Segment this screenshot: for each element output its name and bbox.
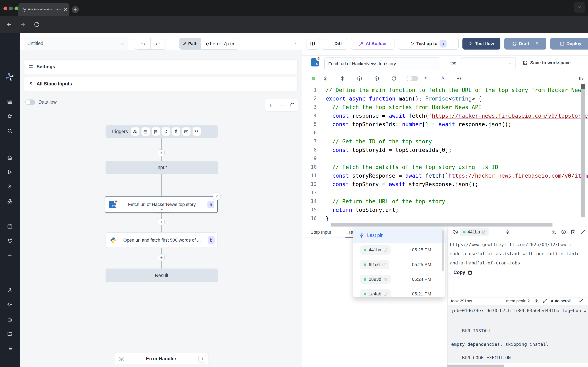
- undo-button[interactable]: [135, 38, 151, 49]
- code-line[interactable]: 8 const topStoryId = topStoriesIds[0];: [302, 146, 588, 154]
- collapse-step-button[interactable]: [154, 207, 170, 212]
- code-line[interactable]: 10 // Fetch the details of the top story…: [302, 163, 588, 171]
- download-icon[interactable]: [551, 229, 556, 234]
- tab-search-button[interactable]: [574, 2, 585, 13]
- code-line[interactable]: 7 // Get the ID of the top story: [302, 137, 588, 146]
- code-line[interactable]: 12 const topStory = await storyResponse.…: [302, 180, 588, 188]
- code-line[interactable]: 15 return topStory.url;: [302, 206, 588, 214]
- pin-menu-row[interactable]: 6f1c6 05:25 PM: [353, 260, 445, 269]
- diff-button[interactable]: Diff: [322, 38, 347, 50]
- sidebar-item-home[interactable]: [7, 155, 12, 160]
- sidebar-item-boxes[interactable]: [7, 199, 12, 204]
- job-chip[interactable]: 1e4ab: [360, 289, 390, 297]
- reload-button[interactable]: [34, 22, 40, 27]
- code-line[interactable]: 14 // Return the URL of the top story: [302, 197, 588, 206]
- sidebar-item-user[interactable]: [7, 287, 12, 292]
- vertical-scrollbar[interactable]: [581, 89, 585, 217]
- browser-tab[interactable]: Edit Flow u/henri/pin_results: [18, 3, 69, 16]
- triggers-node[interactable]: Triggers: [105, 125, 218, 138]
- flow-settings-row[interactable]: Settings: [24, 59, 298, 74]
- code-line[interactable]: 4 const response = await fetch('https://…: [302, 111, 588, 120]
- forward-button[interactable]: [20, 22, 26, 27]
- external-link-icon[interactable]: [384, 292, 387, 296]
- pin-menu-row[interactable]: 1e4ab 05:21 PM: [353, 289, 445, 297]
- test-flow-button[interactable]: Test flow: [462, 38, 501, 50]
- code-line[interactable]: 6: [302, 128, 588, 137]
- package-icon[interactable]: [357, 76, 362, 81]
- windmill-logo[interactable]: [5, 72, 14, 81]
- last-pin-option[interactable]: Last pin: [353, 227, 445, 243]
- menu-scrollbar[interactable]: [442, 230, 444, 271]
- redo-button[interactable]: [151, 38, 166, 49]
- save-to-workspace-button[interactable]: Save to workspace: [523, 60, 571, 66]
- download-logs-icon[interactable]: [534, 299, 539, 303]
- code-line[interactable]: 13: [302, 188, 588, 197]
- code-line[interactable]: 5 const topStoriesIds: number[] = await …: [302, 120, 588, 128]
- input-node[interactable]: Input: [105, 161, 218, 174]
- trigger-plug-zap-button[interactable]: [172, 127, 180, 136]
- trigger-plug-button[interactable]: [162, 127, 170, 136]
- trigger-calendar-button[interactable]: [141, 127, 150, 136]
- copy-button[interactable]: Copy: [453, 270, 472, 275]
- history-icon[interactable]: [453, 229, 458, 235]
- external-link-icon[interactable]: [384, 277, 387, 281]
- trigger-webhook-button[interactable]: [131, 127, 139, 136]
- zoom-in-icon[interactable]: [268, 103, 273, 108]
- sidebar-item-dollar-sign[interactable]: [7, 184, 12, 189]
- result-node[interactable]: Result: [105, 268, 218, 282]
- package-icon[interactable]: [374, 76, 379, 81]
- sidebar-item-settings[interactable]: [7, 302, 12, 307]
- job-chip[interactable]: 441ba: [360, 245, 390, 255]
- add-step-button[interactable]: [158, 254, 164, 261]
- library-icon[interactable]: [579, 76, 583, 81]
- tab-close-icon[interactable]: [63, 7, 68, 12]
- window-zoom-button[interactable]: [15, 7, 18, 10]
- job-chip[interactable]: 441ba: [460, 228, 489, 236]
- sidebar-item-folder-open[interactable]: [7, 331, 12, 337]
- info-icon[interactable]: [561, 229, 566, 234]
- add-error-handler-button[interactable]: [199, 355, 206, 363]
- expand-logs-icon[interactable]: [543, 299, 548, 303]
- external-link-icon[interactable]: [382, 263, 386, 267]
- resources-icon[interactable]: [340, 76, 345, 81]
- window-close-button[interactable]: [3, 7, 7, 10]
- sidebar-item-calendar[interactable]: [7, 224, 12, 229]
- reload-icon[interactable]: [391, 76, 396, 81]
- delete-step-button[interactable]: [213, 192, 221, 200]
- test-up-to-button[interactable]: Test up to a: [398, 38, 458, 50]
- log-output[interactable]: job=019634e7-9d30-b7cb-1e89-03a64ed441ba…: [448, 305, 588, 363]
- pin-menu-row[interactable]: 2893d 05:24 PM: [353, 275, 445, 284]
- code-line[interactable]: 11 const storyResponse = await fetch(`ht…: [302, 171, 588, 180]
- external-link-icon[interactable]: [482, 230, 486, 234]
- tab-step-input[interactable]: Step Input: [311, 227, 331, 238]
- external-link-icon[interactable]: [384, 248, 387, 252]
- error-handler-node[interactable]: Error Handler: [115, 353, 208, 364]
- code-editor[interactable]: 1// Define the main function to fetch th…: [302, 83, 588, 226]
- sidebar-item-search[interactable]: [7, 128, 12, 133]
- new-tab-button[interactable]: [72, 6, 79, 13]
- docs-button[interactable]: [306, 38, 319, 50]
- code-line[interactable]: 1// Define the main function to fetch th…: [302, 86, 588, 94]
- code-line[interactable]: 3 // Fetch the top stories from Hacker N…: [302, 103, 588, 111]
- expand-icon[interactable]: [580, 229, 586, 234]
- path-button[interactable]: Path u/henri/pin: [180, 38, 238, 50]
- step-name-input[interactable]: [324, 57, 440, 70]
- trigger-route-button[interactable]: [152, 127, 160, 136]
- sidebar-item-app-window[interactable]: [7, 99, 12, 104]
- sidebar-item-play[interactable]: [7, 169, 12, 175]
- window-minimize-button[interactable]: [9, 7, 13, 10]
- variables-icon[interactable]: [323, 76, 328, 81]
- trigger-mail-button[interactable]: [182, 127, 190, 136]
- job-chip[interactable]: 2893d: [360, 275, 390, 284]
- tag-select[interactable]: [461, 57, 516, 70]
- trigger-binoculars-button[interactable]: [192, 127, 201, 136]
- sidebar-item-list[interactable]: [7, 346, 12, 351]
- sidebar-item-star[interactable]: [7, 114, 12, 119]
- clipboard-icon[interactable]: [571, 229, 576, 234]
- pin-menu-row[interactable]: 441ba 05:25 PM: [353, 245, 445, 255]
- ai-assistant-icon[interactable]: [440, 76, 444, 81]
- fit-view-icon[interactable]: [290, 103, 295, 108]
- ai-builder-button[interactable]: AI Builder: [351, 38, 394, 50]
- all-static-inputs-row[interactable]: All Static Inputs: [24, 77, 298, 91]
- editor-toggle[interactable]: [406, 76, 418, 81]
